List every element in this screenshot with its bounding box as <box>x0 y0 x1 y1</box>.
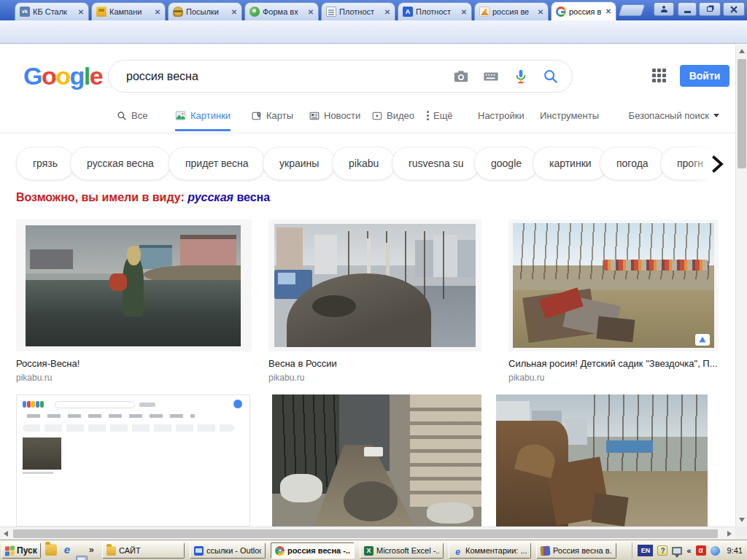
scroll-down-icon[interactable] <box>739 518 745 522</box>
chip[interactable]: rusvesna su <box>392 147 480 180</box>
taskbar-window-sait[interactable]: САЙТ <box>102 542 185 559</box>
browser-tab[interactable]: А Плотност ✕ <box>398 2 472 20</box>
sberbank-icon <box>249 7 260 17</box>
browser-tab-active[interactable]: россия ве ✕ <box>551 1 616 20</box>
taskbar-clock: 9:41 <box>724 546 746 555</box>
tab-more[interactable]: Ещё <box>427 110 453 129</box>
image-result[interactable] <box>496 394 708 526</box>
chip[interactable]: придет весна <box>169 147 266 180</box>
image-result[interactable] <box>268 219 481 351</box>
maps-icon <box>252 111 262 121</box>
taskbar-window-outlook[interactable]: ссылки - Outloo... <box>190 542 266 559</box>
vertical-scroll-thumb[interactable] <box>738 59 746 168</box>
result-image[interactable] <box>26 225 241 346</box>
tools-menu[interactable]: Инструменты <box>540 110 599 129</box>
safe-search-dropdown[interactable]: Безопасный поиск <box>629 110 719 121</box>
chips-scroll-right-icon[interactable] <box>706 154 727 174</box>
taskbar-window-books[interactable]: Россия весна в... <box>536 542 616 559</box>
new-tab-button[interactable] <box>618 4 645 16</box>
tab-maps[interactable]: Карты <box>252 110 293 129</box>
browser-tab[interactable]: vk КБ Сталк ✕ <box>15 2 89 20</box>
tab-title: Форма вх <box>263 7 303 16</box>
tab-close-icon[interactable]: ✕ <box>383 8 392 16</box>
result-image[interactable] <box>496 394 708 526</box>
scroll-left-icon[interactable] <box>4 531 8 537</box>
results-nav: Все Картинки Карты Новости Видео Ещё <box>0 44 735 133</box>
tab-news[interactable]: Новости <box>309 110 360 129</box>
tab-close-icon[interactable]: ✕ <box>77 8 85 16</box>
browser-tab[interactable]: Кампани ✕ <box>91 2 166 20</box>
minimize-button[interactable] <box>678 2 697 16</box>
result-image[interactable] <box>17 395 249 526</box>
tab-images[interactable]: Картинки <box>175 110 231 131</box>
scroll-right-icon[interactable] <box>727 531 732 537</box>
browser-tab[interactable]: Посылки ✕ <box>168 2 242 20</box>
network-tray-icon[interactable] <box>711 546 720 556</box>
help-tray-icon[interactable]: ? <box>657 545 667 556</box>
start-button[interactable]: Пуск <box>1 542 41 559</box>
browser-tab[interactable]: Плотност ✕ <box>321 2 395 20</box>
vertical-scrollbar[interactable] <box>735 44 747 526</box>
chip[interactable]: русская весна <box>70 147 171 180</box>
close-button[interactable] <box>723 2 745 16</box>
result-image[interactable] <box>272 394 481 526</box>
tab-close-icon[interactable]: ✕ <box>536 8 545 16</box>
chip[interactable]: картинки <box>533 147 608 180</box>
profile-button[interactable] <box>654 2 674 16</box>
taskbar-window-excel[interactable]: X Microsoft Excel -... <box>360 542 444 559</box>
close-icon <box>730 6 738 13</box>
chip[interactable]: грязь <box>16 147 74 180</box>
tray-chevron[interactable]: « <box>686 546 691 555</box>
tab-close-icon[interactable]: ✕ <box>306 8 315 16</box>
image-result[interactable] <box>16 219 252 351</box>
result-domain[interactable]: pikabu.ru <box>508 373 544 383</box>
horizontal-scroll-thumb[interactable] <box>13 529 718 538</box>
settings-menu[interactable]: Настройки <box>478 110 525 129</box>
chip[interactable]: pikabu <box>332 147 395 180</box>
chip[interactable]: google <box>474 147 538 180</box>
taskbar-window-chrome-active[interactable]: россия весна -.... <box>271 542 355 559</box>
result-title[interactable]: Сильная росия! Детский садик "Звездочка"… <box>508 358 719 369</box>
browser-tab[interactable]: россия ве ✕ <box>474 2 549 20</box>
document-icon <box>326 7 336 17</box>
horizontal-scrollbar[interactable] <box>0 526 735 540</box>
tab-close-icon[interactable]: ✕ <box>230 8 239 16</box>
quick-launch-folder-icon[interactable] <box>45 544 57 556</box>
result-title[interactable]: Весна в России <box>268 358 480 369</box>
result-domain[interactable]: pikabu.ru <box>268 373 304 383</box>
language-indicator[interactable]: EN <box>638 545 653 556</box>
suggestion-link[interactable]: русская весна <box>187 191 270 203</box>
taskbar-window-ie[interactable]: e Комментарии: ... <box>449 542 531 559</box>
tab-videos[interactable]: Видео <box>372 110 414 129</box>
scrollbar-corner <box>735 526 747 540</box>
antivirus-tray-icon[interactable]: α <box>696 545 706 556</box>
result-title[interactable]: Россия-Весна! <box>16 358 249 369</box>
quick-launch-desktop-icon[interactable] <box>76 556 88 560</box>
result-image[interactable] <box>513 223 714 348</box>
display-tray-icon[interactable] <box>672 547 682 555</box>
result-domain[interactable]: pikabu.ru <box>16 373 52 383</box>
image-result[interactable] <box>508 219 719 351</box>
result-image[interactable] <box>274 224 476 347</box>
scroll-up-icon[interactable] <box>739 49 745 53</box>
image-icon <box>479 7 489 17</box>
tab-title: россия ве <box>492 7 533 16</box>
tab-close-icon[interactable]: ✕ <box>153 8 162 16</box>
tab-title: Плотност <box>416 7 457 16</box>
tab-title: КБ Сталк <box>33 7 74 16</box>
quick-launch-chevron[interactable]: » <box>89 545 94 555</box>
google-images-page: Google россия весна <box>0 44 735 526</box>
video-icon <box>372 111 382 121</box>
chip[interactable]: украины <box>263 147 336 180</box>
chip[interactable]: погода <box>600 147 665 180</box>
image-result[interactable] <box>16 394 250 526</box>
image-result[interactable] <box>272 394 481 526</box>
quick-launch-ie-icon[interactable]: e <box>61 544 73 556</box>
tab-close-icon[interactable]: ✕ <box>604 7 613 15</box>
browser-toolbar: https://www.google.by/search?q=россия+ве… <box>0 20 747 44</box>
restore-button[interactable] <box>699 2 721 16</box>
tab-all[interactable]: Все <box>117 110 147 129</box>
browser-tab[interactable]: Форма вх ✕ <box>244 2 319 20</box>
tab-title: россия ве <box>569 7 601 16</box>
tab-close-icon[interactable]: ✕ <box>460 8 468 16</box>
